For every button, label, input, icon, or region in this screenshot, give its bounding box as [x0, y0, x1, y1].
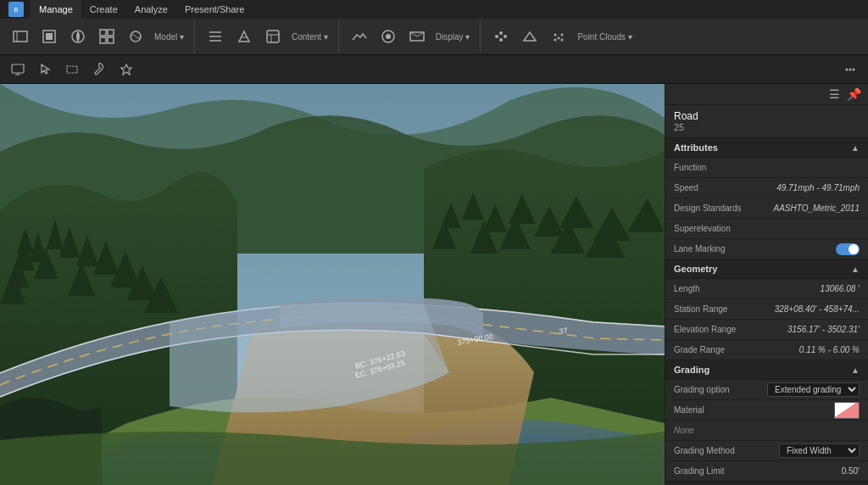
- pc-btn-1[interactable]: [487, 23, 515, 50]
- design-standards-value: AASHTO_Metric_2011: [773, 203, 860, 213]
- design-standards-label: Design Standards: [674, 203, 742, 213]
- tool-btn-3[interactable]: [64, 23, 92, 50]
- section-attributes[interactable]: Attributes ▲: [665, 138, 868, 158]
- tool-group-model: Model ▾: [7, 20, 195, 53]
- grading-title: Grading: [674, 365, 709, 375]
- lane-marking-toggle[interactable]: [836, 243, 860, 255]
- prop-length: Length 13066.08 ': [665, 279, 868, 299]
- section-grading[interactable]: Grading ▲: [665, 360, 868, 380]
- sec-btn-screen[interactable]: [7, 59, 29, 81]
- svg-rect-7: [100, 30, 106, 36]
- grading-option-label: Grading option: [674, 385, 730, 394]
- road-number: 25: [674, 122, 860, 132]
- prop-superelevation: Superelevation: [665, 219, 868, 239]
- prop-lane-marking: Lane Marking: [665, 239, 868, 259]
- road-info: Road 25: [665, 105, 868, 138]
- function-label: Function: [674, 163, 706, 172]
- superelevation-label: Superelevation: [674, 224, 731, 233]
- material-swatch[interactable]: [834, 402, 860, 419]
- panel-menu-btn[interactable]: ☰: [829, 87, 840, 101]
- tool-btn-1[interactable]: [7, 23, 34, 50]
- content-btn-1[interactable]: [202, 23, 229, 50]
- tool-row: Model ▾ Content ▾ Di: [0, 19, 868, 54]
- svg-point-17: [499, 31, 503, 35]
- tool-btn-4[interactable]: [93, 23, 120, 50]
- svg-rect-25: [12, 64, 24, 73]
- svg-point-19: [499, 38, 503, 42]
- tool-group-content: Content ▾: [202, 20, 339, 53]
- display-btn-1[interactable]: [346, 23, 373, 50]
- display-label[interactable]: Display ▾: [432, 31, 474, 43]
- app-icon: B: [8, 2, 24, 17]
- tab-bar: B Manage Create Analyze Present/Share: [0, 0, 868, 19]
- svg-point-27: [846, 68, 849, 70]
- tab-manage[interactable]: Manage: [31, 0, 81, 19]
- sec-btn-dots[interactable]: [839, 59, 861, 81]
- svg-rect-12: [267, 31, 279, 42]
- prop-function: Function: [665, 158, 868, 178]
- length-label: Length: [674, 284, 700, 293]
- tool-group-display: Display ▾: [346, 20, 481, 53]
- terrain-background: BC: 376+22.63 EC: 376+03.25 375+00.00 37: [0, 84, 665, 485]
- sec-btn-box[interactable]: [61, 59, 83, 81]
- elevation-range-value: 3156.17' - 3502.31': [787, 325, 860, 334]
- panel-header: ☰ 📌: [665, 84, 868, 105]
- grading-limit-value: 0.50': [842, 466, 860, 476]
- svg-rect-8: [108, 30, 114, 36]
- attributes-chevron: ▲: [851, 143, 860, 153]
- pc-btn-2[interactable]: [516, 23, 543, 50]
- grade-range-value: 0.11 % - 6.00 %: [799, 345, 860, 354]
- svg-point-18: [504, 35, 507, 38]
- tab-create[interactable]: Create: [81, 0, 126, 19]
- svg-rect-9: [100, 37, 106, 43]
- station-range-label: Station Range: [674, 304, 727, 314]
- panel-pin-btn[interactable]: 📌: [847, 87, 861, 101]
- sec-btn-wrench[interactable]: [88, 59, 110, 81]
- lane-marking-label: Lane Marking: [674, 244, 726, 254]
- svg-rect-5: [46, 33, 53, 40]
- content-btn-2[interactable]: [231, 23, 258, 50]
- tab-analyze[interactable]: Analyze: [126, 0, 176, 19]
- prop-grading-option: Grading option Extended grading Simple g…: [665, 380, 868, 400]
- content-btn-3[interactable]: [259, 23, 287, 50]
- sec-btn-pin[interactable]: [115, 59, 137, 81]
- attributes-title: Attributes: [674, 142, 718, 153]
- section-advanced[interactable]: Advanced ▲: [665, 482, 868, 485]
- display-btn-2[interactable]: [375, 23, 402, 50]
- elevation-range-label: Elevation Range: [674, 325, 736, 334]
- grading-method-select[interactable]: Fixed Width Variable Width: [779, 443, 860, 458]
- speed-label: Speed: [674, 183, 698, 192]
- viewport[interactable]: BC: 376+22.63 EC: 376+03.25 375+00.00 37: [0, 84, 665, 485]
- svg-rect-10: [108, 37, 114, 43]
- content-label[interactable]: Content ▾: [288, 31, 331, 43]
- secondary-toolbar: [0, 55, 868, 84]
- svg-text:37: 37: [559, 326, 568, 336]
- section-geometry[interactable]: Geometry ▲: [665, 259, 868, 279]
- svg-point-14: [386, 34, 391, 39]
- tab-present-share[interactable]: Present/Share: [176, 0, 253, 19]
- grading-chevron: ▲: [851, 365, 860, 375]
- material-label: Material: [674, 405, 704, 415]
- svg-point-20: [554, 34, 557, 36]
- prop-speed: Speed 49.71mph - 49.71mph: [665, 178, 868, 198]
- svg-point-29: [853, 68, 855, 70]
- grading-option-select[interactable]: Extended grading Simple grading: [767, 382, 860, 397]
- speed-value: 49.71mph - 49.71mph: [776, 183, 860, 192]
- svg-point-22: [558, 37, 560, 40]
- station-range-value: 328+08.40' - 458+74...: [775, 304, 860, 314]
- pointclouds-label[interactable]: Point Clouds ▾: [574, 31, 635, 43]
- display-btn-3[interactable]: [403, 23, 431, 50]
- tool-group-pointclouds: Point Clouds ▾: [487, 20, 642, 53]
- svg-text:B: B: [14, 6, 18, 14]
- tool-btn-2[interactable]: [36, 23, 63, 50]
- svg-point-28: [849, 68, 852, 70]
- pc-btn-3[interactable]: [545, 23, 572, 50]
- sec-btn-cursor[interactable]: [34, 59, 56, 81]
- tool-btn-5[interactable]: [122, 23, 149, 50]
- model-label[interactable]: Model ▾: [151, 31, 187, 43]
- length-value: 13066.08 ': [821, 284, 860, 293]
- svg-point-16: [495, 35, 498, 38]
- prop-material: Material: [665, 400, 868, 421]
- road-name: Road: [674, 110, 860, 122]
- svg-rect-26: [67, 66, 77, 73]
